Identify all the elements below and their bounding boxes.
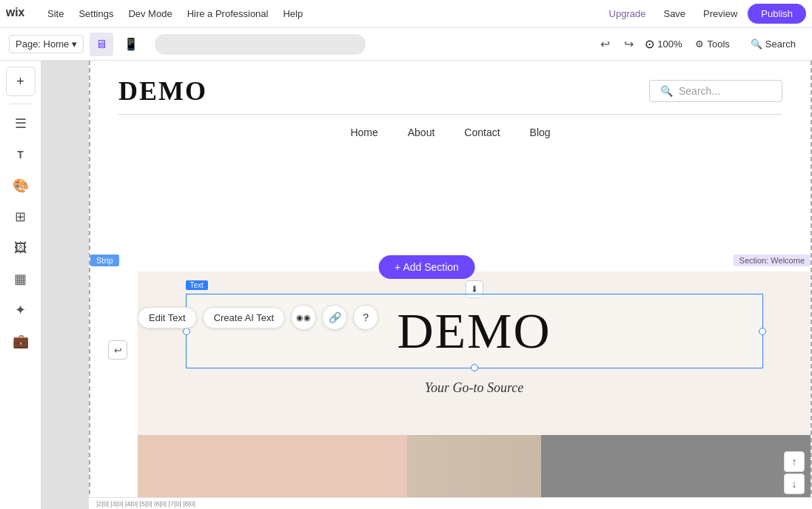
tools-label: Tools — [707, 38, 729, 50]
zoom-control: ⊙ 100% — [645, 37, 682, 51]
tools-icon: ⚙ — [695, 38, 704, 50]
page-name: Page: Home — [16, 38, 69, 50]
tagline: Your Go-to Source — [425, 380, 524, 396]
left-sidebar: + ☰ T 🎨 ⊞ 🖼 ▦ ✦ 💼 — [0, 61, 41, 509]
sidebar-item-grid[interactable]: ▦ — [6, 264, 36, 294]
text-label: Text — [186, 280, 208, 290]
sidebar-item-plugins[interactable]: ✦ — [6, 295, 36, 325]
page-selector[interactable]: Page: Home ▾ — [9, 35, 84, 53]
help-button[interactable]: ? — [353, 305, 378, 330]
second-bar: Page: Home ▾ 🖥 📱 ↩ ↪ ⊙ 100% ⚙ Tools 🔍 Se… — [0, 28, 812, 61]
search-icon: 🔍 — [751, 38, 762, 50]
search-icon: 🔍 — [660, 85, 673, 97]
ruler: |2|0| |3|0| |4|0| |5|0| |6|0| |7|0| |8|0… — [89, 497, 812, 509]
edit-text-button[interactable]: Edit Text — [138, 307, 197, 328]
nav-home[interactable]: Home — [350, 127, 378, 138]
nav-settings[interactable]: Settings — [73, 5, 119, 22]
desktop-device-button[interactable]: 🖥 — [90, 33, 113, 56]
sidebar-item-briefcase[interactable]: 💼 — [6, 326, 36, 356]
nav-contact[interactable]: Contact — [464, 127, 500, 138]
top-bar: wix Site Settings Dev Mode Hire a Profes… — [0, 0, 812, 28]
animation-icon: ◉◉ — [296, 313, 311, 323]
add-section-button[interactable]: + Add Section — [378, 255, 475, 279]
resize-handle-bottom[interactable] — [471, 364, 478, 371]
url-bar — [155, 34, 366, 55]
sidebar-item-text[interactable]: T — [6, 140, 36, 169]
add-element-button[interactable]: + — [6, 67, 36, 96]
site-logo: DEMO — [118, 75, 207, 107]
sidebar-item-design[interactable]: 🎨 — [6, 171, 36, 200]
link-button[interactable]: 🔗 — [322, 305, 347, 330]
upgrade-button[interactable]: Upgrade — [602, 5, 654, 22]
ruler-label: |2|0| |3|0| |4|0| |5|0| |6|0| |7|0| |8|0… — [89, 500, 195, 508]
site-header: DEMO 🔍 Search... — [89, 61, 812, 114]
resize-handle-right[interactable] — [759, 328, 766, 335]
animation-button[interactable]: ◉◉ — [291, 305, 316, 330]
scroll-up-button[interactable]: ↑ — [784, 451, 805, 472]
undo-button[interactable]: ↩ — [594, 34, 615, 55]
preview-button[interactable]: Preview — [696, 5, 745, 22]
main-layout: + ☰ T 🎨 ⊞ 🖼 ▦ ✦ 💼 DEMO 🔍 Search... — [0, 61, 812, 509]
save-button[interactable]: Save — [656, 5, 693, 22]
sidebar-item-pages[interactable]: ☰ — [6, 109, 36, 138]
site-search-placeholder: Search... — [679, 85, 720, 97]
scroll-arrows: ↑ ↓ — [784, 451, 805, 494]
website-frame: DEMO 🔍 Search... Home About Contact Blog… — [89, 61, 812, 509]
zoom-circle-icon: ⊙ — [645, 37, 654, 51]
sidebar-divider — [10, 104, 32, 104]
canvas-area: DEMO 🔍 Search... Home About Contact Blog… — [41, 61, 812, 509]
tools-button[interactable]: ⚙ Tools — [688, 36, 736, 53]
nav-about[interactable]: About — [408, 127, 435, 138]
sidebar-item-images[interactable]: 🖼 — [6, 233, 36, 263]
create-ai-text-button[interactable]: Create AI Text — [203, 307, 285, 328]
desktop-icon: 🖥 — [95, 38, 107, 51]
nav-site[interactable]: Site — [41, 5, 70, 22]
undo-floating-button[interactable]: ↩ — [108, 340, 127, 360]
demo-heading: DEMO — [397, 303, 551, 359]
redo-button[interactable]: ↪ — [618, 34, 639, 55]
zoom-level: 100% — [657, 38, 682, 50]
search-label: Search — [765, 38, 796, 50]
mobile-device-button[interactable]: 📱 — [119, 33, 143, 56]
site-search-box[interactable]: 🔍 Search... — [649, 80, 782, 102]
publish-button[interactable]: Publish — [748, 4, 806, 24]
search-button[interactable]: 🔍 Search — [743, 36, 803, 53]
edit-toolbar: Edit Text Create AI Text ◉◉ 🔗 ? — [138, 305, 378, 330]
link-icon: 🔗 — [329, 311, 341, 323]
section-label: Section: Welcome — [734, 254, 811, 266]
nav-dev-mode[interactable]: Dev Mode — [122, 5, 178, 22]
svg-text:wix: wix — [6, 6, 25, 18]
sidebar-item-apps[interactable]: ⊞ — [6, 202, 36, 232]
site-nav: Home About Contact Blog — [89, 115, 812, 150]
wix-logo: wix — [6, 4, 33, 24]
strip-label[interactable]: Strip — [90, 254, 119, 266]
mobile-icon: 📱 — [124, 37, 138, 51]
add-section-area: + Add Section — [378, 255, 475, 279]
undo-redo-group: ↩ ↪ — [594, 34, 639, 55]
nav-hire-professional[interactable]: Hire a Professional — [181, 5, 275, 22]
chevron-down-icon: ▾ — [72, 38, 77, 50]
nav-blog[interactable]: Blog — [530, 127, 551, 138]
help-icon: ? — [363, 311, 369, 323]
scroll-down-button[interactable]: ↓ — [784, 473, 805, 494]
nav-help[interactable]: Help — [277, 5, 309, 22]
